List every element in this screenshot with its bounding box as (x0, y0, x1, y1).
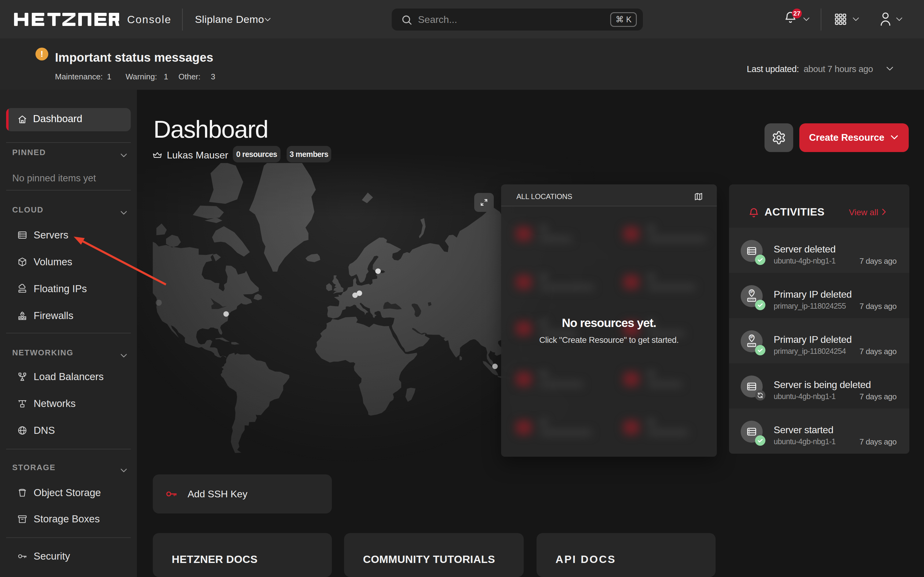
svg-text:IP: IP (750, 290, 753, 294)
svg-text:IP: IP (750, 335, 753, 339)
